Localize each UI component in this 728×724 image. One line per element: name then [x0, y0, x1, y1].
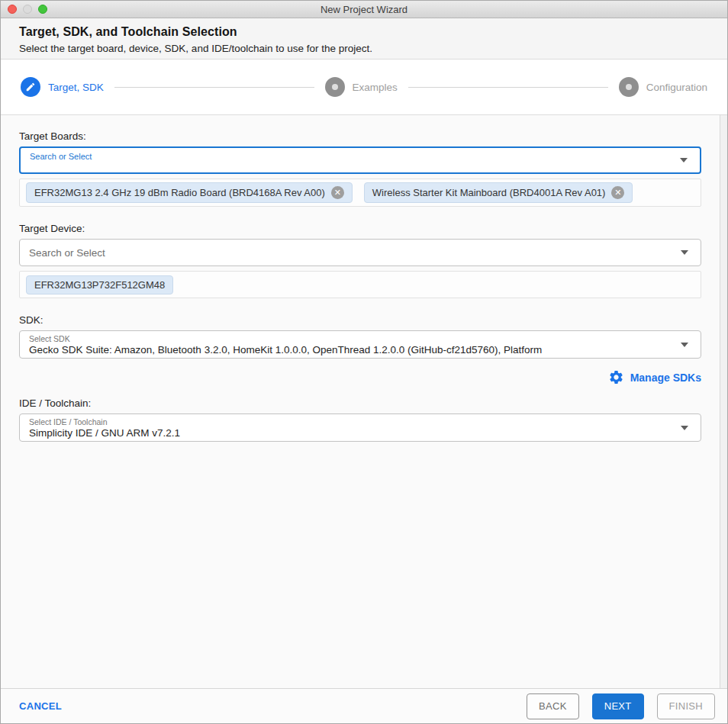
- window-controls: [8, 5, 47, 14]
- wizard-content: Target Boards: Search or Select EFR32MG1…: [1, 115, 727, 688]
- remove-chip-icon[interactable]: ✕: [611, 186, 624, 199]
- wizard-header: Target, SDK, and Toolchain Selection Sel…: [1, 18, 727, 60]
- dot-icon: [325, 77, 345, 97]
- wizard-footer: CANCEL BACK NEXT FINISH: [1, 688, 727, 723]
- zoom-window-button[interactable]: [38, 5, 47, 14]
- ide-toolchain-label: IDE / Toolchain:: [19, 397, 701, 409]
- sdk-select-caption: Select SDK: [29, 334, 670, 343]
- chevron-down-icon[interactable]: [681, 343, 688, 347]
- titlebar: New Project Wizard: [1, 1, 727, 18]
- device-chip-label: EFR32MG13P732F512GM48: [34, 279, 165, 291]
- sdk-label: SDK:: [19, 314, 701, 326]
- gear-icon: [608, 369, 624, 385]
- window-title: New Project Wizard: [321, 4, 407, 15]
- target-boards-section: Target Boards: Search or Select EFR32MG1…: [19, 130, 701, 207]
- page-title: Target, SDK, and Toolchain Selection: [19, 25, 709, 39]
- close-window-button[interactable]: [8, 5, 17, 14]
- back-button[interactable]: BACK: [527, 693, 579, 719]
- next-button[interactable]: NEXT: [592, 693, 644, 719]
- manage-sdks-row: Manage SDKs: [19, 369, 701, 385]
- new-project-wizard-dialog: New Project Wizard Target, SDK, and Tool…: [0, 0, 728, 724]
- pencil-icon: [21, 77, 40, 97]
- sdk-select-value: Gecko SDK Suite: Amazon, Bluetooth 3.2.0…: [29, 344, 670, 356]
- minimize-window-button[interactable]: [23, 5, 32, 14]
- ide-toolchain-select-value: Simplicity IDE / GNU ARM v7.2.1: [29, 427, 670, 439]
- ide-toolchain-section: IDE / Toolchain: Select IDE / Toolchain …: [19, 397, 701, 442]
- board-chip-label: EFR32MG13 2.4 GHz 19 dBm Radio Board (BR…: [34, 187, 325, 198]
- ide-toolchain-select[interactable]: Select IDE / Toolchain Simplicity IDE / …: [19, 413, 701, 442]
- remove-chip-icon[interactable]: ✕: [331, 186, 344, 199]
- target-device-section: Target Device: EFR32MG13P732F512GM48: [19, 223, 701, 298]
- chevron-down-icon[interactable]: [681, 426, 688, 430]
- target-boards-chip-row: EFR32MG13 2.4 GHz 19 dBm Radio Board (BR…: [19, 179, 701, 207]
- device-chip: EFR32MG13P732F512GM48: [26, 275, 173, 294]
- page-subtitle: Select the target board, device, SDK, an…: [19, 43, 709, 54]
- board-chip: EFR32MG13 2.4 GHz 19 dBm Radio Board (BR…: [26, 182, 353, 203]
- target-device-combobox[interactable]: [19, 239, 701, 266]
- ide-toolchain-select-caption: Select IDE / Toolchain: [29, 417, 670, 426]
- target-device-chip-row: EFR32MG13P732F512GM48: [19, 271, 701, 298]
- step-examples[interactable]: Examples: [325, 77, 398, 97]
- finish-button[interactable]: FINISH: [657, 693, 715, 719]
- step-configuration[interactable]: Configuration: [619, 77, 707, 97]
- target-boards-label: Target Boards:: [19, 130, 701, 142]
- sdk-section: SDK: Select SDK Gecko SDK Suite: Amazon,…: [19, 314, 701, 385]
- manage-sdks-link[interactable]: Manage SDKs: [630, 372, 701, 384]
- target-device-label: Target Device:: [19, 223, 701, 234]
- wizard-stepper: Target, SDK Examples Configuration: [1, 60, 727, 115]
- chevron-down-icon[interactable]: [680, 158, 688, 162]
- scrollbar-track[interactable]: [720, 115, 727, 688]
- step-label-target-sdk: Target, SDK: [48, 82, 104, 93]
- step-connector: [114, 87, 314, 88]
- step-connector: [408, 87, 608, 88]
- step-label-configuration: Configuration: [646, 82, 707, 93]
- sdk-select[interactable]: Select SDK Gecko SDK Suite: Amazon, Blue…: [19, 330, 701, 359]
- board-chip: Wireless Starter Kit Mainboard (BRD4001A…: [364, 182, 633, 203]
- step-target-sdk[interactable]: Target, SDK: [21, 77, 104, 97]
- cancel-button[interactable]: CANCEL: [19, 700, 62, 712]
- board-chip-label: Wireless Starter Kit Mainboard (BRD4001A…: [372, 187, 606, 198]
- dot-icon: [619, 77, 639, 97]
- chevron-down-icon[interactable]: [681, 250, 688, 255]
- step-label-examples: Examples: [353, 82, 398, 93]
- target-device-input[interactable]: [20, 240, 664, 265]
- target-boards-placeholder: Search or Select: [30, 152, 92, 161]
- target-boards-combobox[interactable]: Search or Select: [19, 146, 701, 174]
